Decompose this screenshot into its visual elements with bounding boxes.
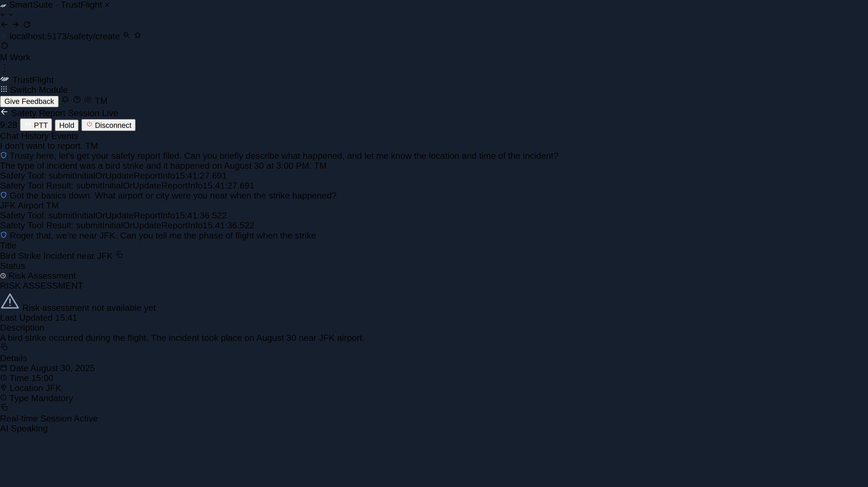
screen: SmartSuite - TrustFlight × + <box>0 0 868 487</box>
desktop-wallpaper <box>0 0 868 487</box>
